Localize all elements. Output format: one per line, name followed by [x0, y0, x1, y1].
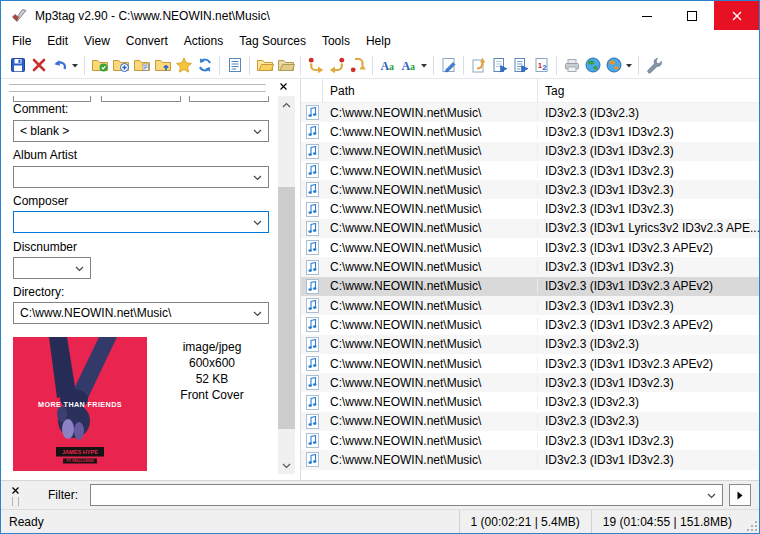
resize-grip[interactable] — [743, 510, 759, 533]
menu-item-view[interactable]: View — [76, 31, 118, 51]
discnumber-label: Discnumber — [13, 240, 77, 254]
case-conversion-icon[interactable]: Aa — [377, 55, 398, 76]
maximize-button[interactable] — [669, 1, 714, 30]
scroll-down-icon[interactable] — [278, 457, 295, 474]
file-list-header: Path Tag — [301, 79, 759, 103]
row-tag-cell: ID3v2.3 (ID3v2.3) — [538, 395, 759, 409]
status-bar: Ready 1 (00:02:21 | 5.4MB) 19 (01:04:55 … — [1, 509, 759, 533]
playlist-file-icon[interactable] — [489, 55, 510, 76]
menu-item-edit[interactable]: Edit — [39, 31, 76, 51]
table-row[interactable]: C:\www.NEOWIN.net\Music\ ID3v2.3 (ID3v1 … — [301, 296, 759, 315]
add-directory-icon[interactable] — [110, 55, 131, 76]
table-row[interactable]: C:\www.NEOWIN.net\Music\ ID3v2.3 (ID3v1 … — [301, 354, 759, 373]
table-row[interactable]: C:\www.NEOWIN.net\Music\ ID3v2.3 (ID3v1 … — [301, 450, 759, 469]
undo-dropdown-icon[interactable] — [70, 55, 80, 76]
row-tag-cell: ID3v2.3 (ID3v1 ID3v2.3) — [538, 260, 759, 274]
table-row[interactable]: C:\www.NEOWIN.net\Music\ ID3v2.3 (ID3v2.… — [301, 392, 759, 411]
table-row[interactable]: C:\www.NEOWIN.net\Music\ ID3v2.3 (ID3v1 … — [301, 219, 759, 238]
minimize-button[interactable] — [624, 1, 669, 30]
scrollbar-thumb[interactable] — [278, 187, 295, 429]
filter-apply-button[interactable] — [729, 484, 751, 506]
table-row[interactable]: C:\www.NEOWIN.net\Music\ ID3v2.3 (ID3v1 … — [301, 257, 759, 276]
scroll-up-icon[interactable] — [278, 96, 295, 113]
table-row[interactable]: C:\www.NEOWIN.net\Music\ ID3v2.3 (ID3v1 … — [301, 315, 759, 334]
menu-item-convert[interactable]: Convert — [118, 31, 176, 51]
web-source-musicbrainz-icon[interactable] — [603, 55, 624, 76]
menu-item-actions[interactable]: Actions — [176, 31, 231, 51]
row-path-cell: C:\www.NEOWIN.net\Music\ — [323, 337, 538, 351]
playlist-directory-icon[interactable] — [131, 55, 152, 76]
row-path-cell: C:\www.NEOWIN.net\Music\ — [323, 434, 538, 448]
close-button[interactable] — [714, 1, 759, 30]
save-icon[interactable] — [7, 55, 28, 76]
status-text: Ready — [1, 515, 459, 529]
parent-directory-icon[interactable] — [152, 55, 173, 76]
library-folder-icon[interactable] — [254, 55, 275, 76]
tag-panel-scrollbar[interactable] — [278, 96, 295, 474]
text-file-icon[interactable] — [510, 55, 531, 76]
chevron-down-icon — [253, 129, 262, 135]
chevron-down-icon — [253, 175, 262, 181]
actions-icon[interactable] — [438, 55, 459, 76]
table-row[interactable]: C:\www.NEOWIN.net\Music\ ID3v2.3 (ID3v1 … — [301, 142, 759, 161]
filter-input[interactable] — [90, 484, 723, 506]
tag-panel-grip[interactable] — [9, 84, 266, 92]
music-file-icon — [301, 337, 323, 352]
web-source-dropdown-icon[interactable] — [624, 55, 634, 76]
music-file-icon — [301, 221, 323, 236]
path-column-header[interactable]: Path — [323, 79, 538, 102]
filter-close-button[interactable] — [9, 484, 21, 496]
favorite-directories-icon[interactable] — [173, 55, 194, 76]
refresh-icon[interactable] — [194, 55, 215, 76]
convert-tag-filename-icon[interactable] — [305, 55, 326, 76]
row-tag-cell: ID3v2.3 (ID3v1 ID3v2.3) — [538, 164, 759, 178]
table-row[interactable]: C:\www.NEOWIN.net\Music\ ID3v2.3 (ID3v2.… — [301, 412, 759, 431]
tag-column-header[interactable]: Tag — [538, 79, 759, 102]
table-row[interactable]: C:\www.NEOWIN.net\Music\ ID3v2.3 (ID3v1 … — [301, 373, 759, 392]
icon-column-header[interactable] — [301, 79, 323, 102]
menu-item-help[interactable]: Help — [358, 31, 399, 51]
convert-filename-tag-icon[interactable] — [326, 55, 347, 76]
svg-text:a: a — [389, 61, 394, 72]
table-row[interactable]: C:\www.NEOWIN.net\Music\ ID3v2.3 (ID3v1 … — [301, 199, 759, 218]
chevron-down-icon — [75, 266, 84, 272]
table-row[interactable]: C:\www.NEOWIN.net\Music\ ID3v2.3 (ID3v1 … — [301, 238, 759, 257]
remove-tag-icon[interactable] — [28, 55, 49, 76]
menu-item-file[interactable]: File — [4, 31, 39, 51]
tag-panel-toggle-icon[interactable] — [224, 55, 245, 76]
table-row[interactable]: C:\www.NEOWIN.net\Music\ ID3v2.3 (ID3v1 … — [301, 277, 759, 296]
options-icon[interactable] — [643, 55, 664, 76]
table-row[interactable]: C:\www.NEOWIN.net\Music\ ID3v2.3 (ID3v2.… — [301, 103, 759, 122]
auto-numbering-wizard-icon[interactable]: 12 — [531, 55, 552, 76]
library-remove-folder-icon[interactable] — [275, 55, 296, 76]
music-file-icon — [301, 260, 323, 275]
comment-combobox[interactable]: < blank > — [13, 120, 269, 142]
discnumber-combobox[interactable] — [13, 257, 91, 279]
row-path-cell: C:\www.NEOWIN.net\Music\ — [323, 376, 538, 390]
filter-grip[interactable] — [12, 497, 19, 506]
album-cover-art[interactable]: MORE THAN FRIENDS JAMES HYPE FT. KELLI-L… — [13, 337, 147, 471]
directory-combobox[interactable]: C:\www.NEOWIN.net\Music\ — [13, 302, 269, 324]
web-source-discogs-icon[interactable] — [582, 55, 603, 76]
undo-icon[interactable] — [49, 55, 70, 76]
print-icon[interactable] — [561, 55, 582, 76]
menu-item-tools[interactable]: Tools — [314, 31, 358, 51]
table-row[interactable]: C:\www.NEOWIN.net\Music\ ID3v2.3 (ID3v1 … — [301, 431, 759, 450]
convert-tag-tag-icon[interactable] — [347, 55, 368, 76]
table-row[interactable]: C:\www.NEOWIN.net\Music\ ID3v2.3 (ID3v1 … — [301, 180, 759, 199]
composer-combobox[interactable] — [13, 211, 269, 233]
album-artist-combobox[interactable] — [13, 166, 269, 188]
toolbar-separator — [556, 56, 557, 75]
table-row[interactable]: C:\www.NEOWIN.net\Music\ ID3v2.3 (ID3v1 … — [301, 161, 759, 180]
menu-item-tag-sources[interactable]: Tag Sources — [231, 31, 314, 51]
change-directory-icon[interactable] — [89, 55, 110, 76]
table-row[interactable]: C:\www.NEOWIN.net\Music\ ID3v2.3 (ID3v2.… — [301, 335, 759, 354]
minimize-icon — [642, 11, 652, 21]
play-icon — [737, 491, 743, 500]
music-file-icon — [301, 414, 323, 429]
case-conversion-menu-icon[interactable]: Aa — [398, 55, 419, 76]
table-row[interactable]: C:\www.NEOWIN.net\Music\ ID3v2.3 (ID3v1 … — [301, 122, 759, 141]
tag-panel-close-button[interactable] — [277, 80, 289, 92]
case-conversion-dropdown-icon[interactable] — [419, 55, 429, 76]
export-icon[interactable] — [468, 55, 489, 76]
